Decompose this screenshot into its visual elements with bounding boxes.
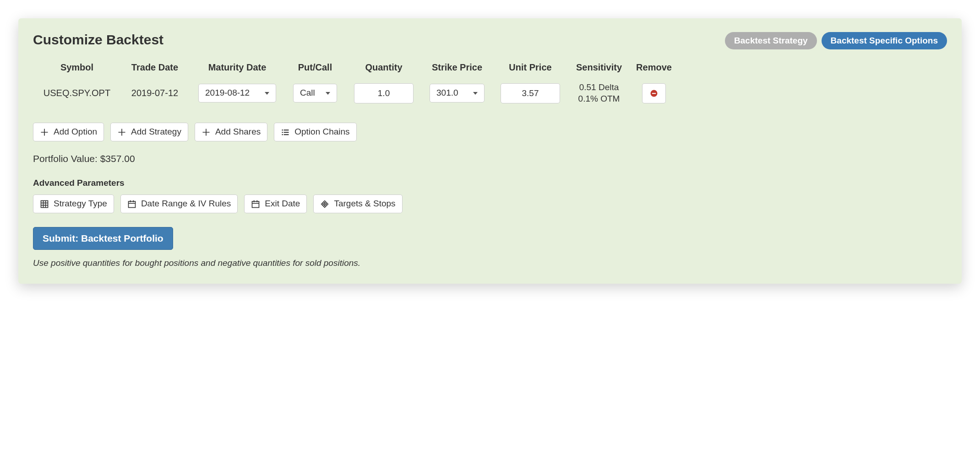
grid-icon: [40, 200, 49, 209]
maturity-date-value: 2019-08-12: [205, 88, 250, 98]
table-row: USEQ.SPY.OPT 2019-07-12 2019-08-12 Call …: [33, 79, 947, 107]
put-call-value: Call: [300, 88, 315, 98]
header-maturity-date: Maturity Date: [191, 62, 283, 73]
submit-backtest-portfolio-button[interactable]: Submit: Backtest Portfolio: [33, 227, 173, 250]
targets-stops-button[interactable]: Targets & Stops: [313, 194, 402, 213]
put-call-dropdown[interactable]: Call: [293, 84, 337, 103]
add-option-button[interactable]: Add Option: [33, 123, 104, 141]
chevron-down-icon: [326, 92, 330, 95]
calendar-icon: [251, 200, 260, 209]
plus-icon: [117, 128, 126, 137]
sensitivity-otm: 0.1% OTM: [567, 93, 631, 105]
header-quantity: Quantity: [347, 62, 420, 73]
header-unit-price: Unit Price: [494, 62, 567, 73]
plus-icon: [201, 128, 211, 137]
chevron-down-icon: [265, 92, 269, 95]
svg-rect-3: [284, 130, 289, 130]
add-shares-button[interactable]: Add Shares: [195, 123, 267, 141]
sensitivity-delta: 0.51 Delta: [567, 82, 631, 93]
positions-table-header: Symbol Trade Date Maturity Date Put/Call…: [33, 62, 947, 79]
add-shares-label: Add Shares: [215, 127, 261, 137]
plus-icon: [40, 128, 49, 137]
strategy-type-button[interactable]: Strategy Type: [33, 194, 114, 213]
exit-date-label: Exit Date: [265, 199, 300, 209]
crosshair-icon: [320, 200, 329, 209]
customize-backtest-panel: Customize Backtest Backtest Strategy Bac…: [18, 18, 962, 284]
svg-rect-8: [41, 200, 48, 207]
cell-trade-date: 2019-07-12: [118, 88, 191, 98]
header-strike-price: Strike Price: [420, 62, 494, 73]
svg-rect-6: [282, 134, 283, 135]
add-strategy-label: Add Strategy: [131, 127, 181, 137]
strike-price-value: 301.0: [436, 88, 458, 98]
strategy-type-label: Strategy Type: [54, 199, 107, 209]
list-icon: [281, 128, 290, 137]
remove-row-button[interactable]: [642, 83, 666, 103]
maturity-date-dropdown[interactable]: 2019-08-12: [198, 84, 276, 103]
position-actions: Add Option Add Strategy Add Shares Optio…: [33, 123, 947, 141]
advanced-parameters: Strategy Type Date Range & IV Rules Exit…: [33, 194, 947, 213]
panel-header: Customize Backtest Backtest Strategy Bac…: [33, 32, 947, 49]
targets-stops-label: Targets & Stops: [334, 199, 395, 209]
header-remove: Remove: [631, 62, 677, 73]
add-option-label: Add Option: [54, 127, 97, 137]
svg-rect-4: [282, 132, 283, 133]
svg-rect-17: [252, 201, 259, 207]
svg-rect-1: [652, 93, 656, 94]
svg-rect-13: [128, 201, 135, 207]
minus-circle-icon: [649, 89, 659, 98]
exit-date-button[interactable]: Exit Date: [244, 194, 307, 213]
header-put-call: Put/Call: [283, 62, 347, 73]
calendar-icon: [127, 200, 136, 209]
option-chains-button[interactable]: Option Chains: [274, 123, 356, 141]
tab-backtest-specific-options[interactable]: Backtest Specific Options: [822, 32, 947, 49]
option-chains-label: Option Chains: [294, 127, 349, 137]
date-range-iv-rules-button[interactable]: Date Range & IV Rules: [120, 194, 238, 213]
add-strategy-button[interactable]: Add Strategy: [110, 123, 188, 141]
svg-rect-7: [284, 134, 289, 135]
panel-title: Customize Backtest: [33, 32, 163, 48]
chevron-down-icon: [473, 92, 478, 95]
cell-sensitivity: 0.51 Delta 0.1% OTM: [567, 82, 631, 104]
svg-rect-5: [284, 132, 289, 133]
tab-backtest-strategy[interactable]: Backtest Strategy: [725, 32, 817, 49]
strike-price-dropdown[interactable]: 301.0: [430, 84, 485, 103]
backtest-tabs: Backtest Strategy Backtest Specific Opti…: [725, 32, 947, 49]
portfolio-value: Portfolio Value: $357.00: [33, 153, 947, 164]
date-range-label: Date Range & IV Rules: [141, 199, 231, 209]
unit-price-input[interactable]: [501, 83, 560, 103]
quantity-input[interactable]: [354, 83, 414, 103]
advanced-parameters-label: Advanced Parameters: [33, 178, 947, 188]
cell-symbol: USEQ.SPY.OPT: [36, 88, 118, 98]
quantity-hint: Use positive quantities for bought posit…: [33, 258, 947, 268]
header-sensitivity: Sensitivity: [567, 62, 631, 73]
header-symbol: Symbol: [36, 62, 118, 73]
svg-rect-2: [282, 130, 283, 130]
header-trade-date: Trade Date: [118, 62, 191, 73]
